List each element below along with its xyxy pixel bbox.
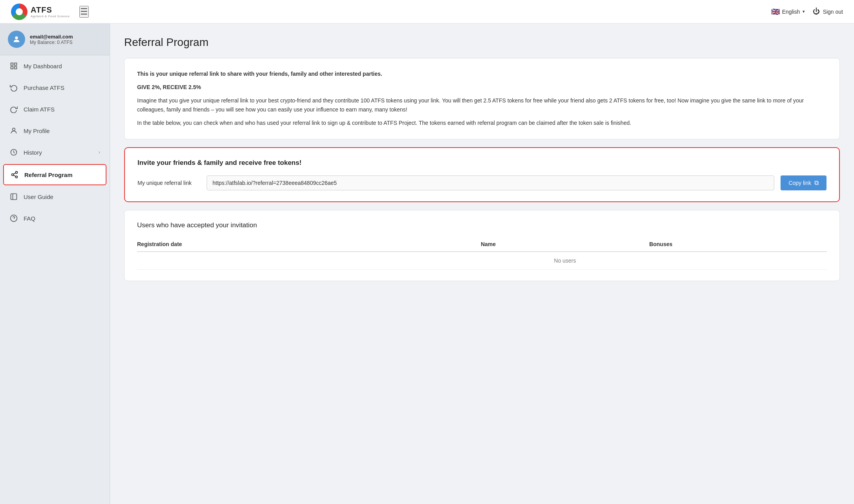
col-name: Name bbox=[481, 237, 649, 252]
chevron-down-icon: ▾ bbox=[803, 9, 805, 14]
sidebar-item-faq[interactable]: FAQ bbox=[0, 208, 110, 229]
svg-line-10 bbox=[13, 175, 16, 176]
logo: ATFS Agritech & Food Science bbox=[11, 4, 70, 20]
copy-icon: ⧉ bbox=[814, 179, 819, 186]
logo-icon bbox=[11, 4, 27, 20]
table-row-empty: No users bbox=[137, 252, 827, 270]
svg-line-11 bbox=[13, 173, 16, 174]
invite-card: Invite your friends & family and receive… bbox=[124, 147, 840, 202]
share-icon bbox=[10, 170, 19, 179]
sidebar-item-label: Referral Program bbox=[24, 172, 73, 178]
chevron-right-icon: › bbox=[99, 150, 100, 155]
svg-point-0 bbox=[15, 37, 18, 39]
invite-title: Invite your friends & family and receive… bbox=[137, 159, 827, 167]
svg-point-5 bbox=[13, 128, 15, 131]
power-icon: ⏻ bbox=[813, 7, 820, 16]
col-bonuses: Bonuses bbox=[649, 237, 827, 252]
sidebar-item-label: My Dashboard bbox=[24, 63, 62, 69]
layout: email@email.com My Balance: 0 ATFS My Da… bbox=[0, 24, 854, 504]
info-line4: In the table below, you can check when a… bbox=[137, 119, 827, 128]
info-card: This is your unique referral link to sha… bbox=[124, 58, 840, 139]
svg-point-7 bbox=[16, 172, 18, 173]
sidebar-item-userguide[interactable]: User Guide bbox=[0, 186, 110, 208]
invite-label: My unique referral link bbox=[137, 180, 200, 186]
header: ATFS Agritech & Food Science ☰ 🇬🇧 Englis… bbox=[0, 0, 854, 24]
svg-rect-1 bbox=[11, 63, 13, 66]
sidebar-item-label: My Profile bbox=[24, 128, 50, 134]
no-users-cell: No users bbox=[481, 252, 649, 270]
purchase-icon bbox=[9, 83, 18, 92]
user-details: email@email.com My Balance: 0 ATFS bbox=[30, 34, 73, 45]
sidebar: email@email.com My Balance: 0 ATFS My Da… bbox=[0, 24, 110, 504]
svg-rect-4 bbox=[15, 67, 17, 69]
page-title: Referral Program bbox=[124, 36, 840, 49]
sidebar-item-label: FAQ bbox=[24, 215, 35, 222]
sidebar-item-label: Purchase ATFS bbox=[24, 84, 64, 91]
sidebar-item-label: Claim ATFS bbox=[24, 106, 55, 113]
svg-rect-3 bbox=[11, 67, 13, 69]
sidebar-item-dashboard[interactable]: My Dashboard bbox=[0, 55, 110, 77]
sidebar-item-history[interactable]: History › bbox=[0, 142, 110, 163]
user-icon bbox=[9, 126, 18, 135]
table-title: Users who have accepted your invitation bbox=[137, 221, 827, 229]
referral-link-input[interactable] bbox=[207, 175, 774, 190]
svg-rect-2 bbox=[15, 63, 17, 66]
grid-icon bbox=[9, 62, 18, 70]
svg-rect-12 bbox=[11, 194, 17, 200]
main-content: Referral Program This is your unique ref… bbox=[110, 24, 854, 504]
info-line1: This is your unique referral link to sha… bbox=[137, 71, 382, 77]
svg-point-8 bbox=[12, 174, 14, 176]
book-icon bbox=[9, 192, 18, 201]
sidebar-nav: My Dashboard Purchase ATFS Claim ATFS My… bbox=[0, 55, 110, 229]
info-line2: GIVE 2%, RECEIVE 2.5% bbox=[137, 84, 201, 90]
logo-text: ATFS bbox=[31, 5, 70, 15]
header-right: 🇬🇧 English ▾ ⏻ Sign out bbox=[771, 7, 843, 16]
svg-point-9 bbox=[16, 176, 18, 178]
signout-label: Sign out bbox=[823, 9, 843, 15]
user-balance: My Balance: 0 ATFS bbox=[30, 40, 73, 45]
copy-link-label: Copy link bbox=[788, 180, 811, 186]
sidebar-item-purchase[interactable]: Purchase ATFS bbox=[0, 77, 110, 99]
copy-link-button[interactable]: Copy link ⧉ bbox=[781, 175, 827, 190]
language-button[interactable]: 🇬🇧 English ▾ bbox=[771, 7, 805, 16]
signout-button[interactable]: ⏻ Sign out bbox=[813, 7, 843, 16]
invitations-table: Registration date Name Bonuses No users bbox=[137, 237, 827, 270]
header-left: ATFS Agritech & Food Science ☰ bbox=[11, 4, 89, 20]
invite-row: My unique referral link Copy link ⧉ bbox=[137, 175, 827, 190]
question-icon bbox=[9, 214, 18, 223]
info-line3: Imagine that you give your unique referr… bbox=[137, 96, 827, 115]
logo-sub: Agritech & Food Science bbox=[31, 15, 70, 18]
sidebar-item-profile[interactable]: My Profile bbox=[0, 120, 110, 142]
sidebar-item-claim[interactable]: Claim ATFS bbox=[0, 99, 110, 120]
table-card: Users who have accepted your invitation … bbox=[124, 210, 840, 281]
history-icon bbox=[9, 148, 18, 157]
language-label: English bbox=[782, 9, 800, 15]
user-info: email@email.com My Balance: 0 ATFS bbox=[0, 24, 110, 55]
user-email: email@email.com bbox=[30, 34, 73, 40]
sidebar-item-label: History bbox=[24, 149, 42, 156]
avatar bbox=[8, 31, 25, 48]
flag-icon: 🇬🇧 bbox=[771, 7, 780, 16]
sidebar-item-label: User Guide bbox=[24, 194, 53, 200]
col-registration: Registration date bbox=[137, 237, 481, 252]
claim-icon bbox=[9, 105, 18, 113]
hamburger-button[interactable]: ☰ bbox=[79, 6, 89, 18]
sidebar-item-referral[interactable]: Referral Program bbox=[3, 164, 106, 185]
